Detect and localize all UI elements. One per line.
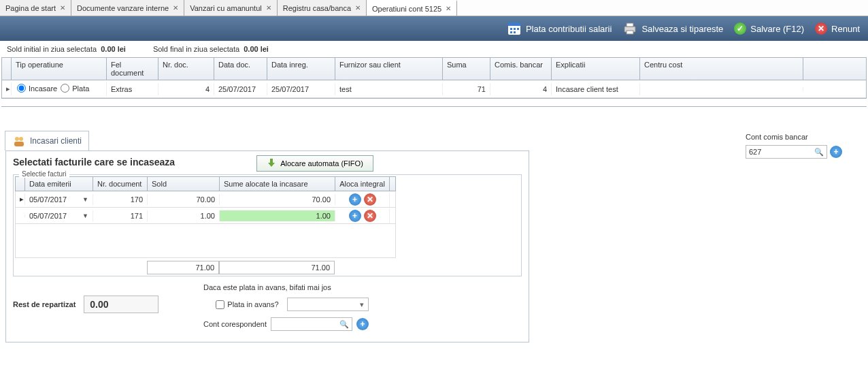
- sold-initial-label: Sold initial in ziua selectata: [7, 45, 97, 53]
- delete-icon[interactable]: ✕: [364, 193, 376, 206]
- plata-contributii-button[interactable]: Plata contributii salarii: [507, 21, 612, 36]
- add-icon[interactable]: +: [830, 146, 842, 158]
- renunt-button[interactable]: ✕ Renunt: [815, 22, 860, 35]
- cell-furn[interactable]: test: [335, 83, 443, 95]
- row-indicator: [16, 214, 25, 217]
- radio-incasare[interactable]: [17, 84, 26, 93]
- avans-note: Daca este plata in avans, bifati mai jos: [203, 283, 522, 291]
- col-sold[interactable]: Sold: [148, 177, 220, 191]
- tab-operatiuni[interactable]: Operatiuni cont 5125 ✕: [367, 0, 457, 16]
- panel-title: Selectati facturile care se incaseaza: [13, 157, 175, 167]
- cell-nr[interactable]: 170: [93, 194, 148, 205]
- cont-corespondent-row: Cont corespondent 🔍 +: [203, 317, 522, 331]
- cell-data[interactable]: 05/07/2017▼: [25, 210, 93, 221]
- sold-summary: Sold initial in ziua selectata 0.00 lei …: [0, 41, 868, 57]
- cell-fel[interactable]: Extras: [107, 83, 158, 95]
- cell-comis[interactable]: 4: [490, 83, 552, 95]
- invoice-row[interactable]: 05/07/2017▼ 171 1.00 1.00 + ✕: [15, 208, 396, 224]
- col-fel[interactable]: Fel document: [107, 58, 158, 80]
- svg-point-10: [15, 137, 19, 141]
- salveaza-tipareste-button[interactable]: Salveaza si tipareste: [622, 21, 723, 36]
- cell-datainr[interactable]: 25/07/2017: [267, 83, 335, 95]
- col-datainr[interactable]: Data inreg.: [267, 58, 335, 80]
- cell-tip[interactable]: Incasare Plata: [12, 82, 107, 96]
- col-datadoc[interactable]: Data doc.: [214, 58, 267, 80]
- col-tip[interactable]: Tip operatiune: [12, 58, 107, 80]
- cont-comis-input[interactable]: 627 🔍: [746, 145, 827, 159]
- cont-comis-value: 627: [749, 148, 761, 156]
- close-icon[interactable]: ✕: [60, 4, 65, 12]
- cell-nr[interactable]: 171: [93, 210, 148, 221]
- row-indicator-icon: ▸: [16, 193, 25, 205]
- col-cent[interactable]: Centru cost: [640, 58, 803, 80]
- cell-sume[interactable]: 70.00: [220, 194, 335, 205]
- add-icon[interactable]: +: [349, 210, 361, 222]
- close-icon[interactable]: ✕: [266, 4, 271, 12]
- svg-rect-1: [508, 22, 520, 26]
- dropdown-icon[interactable]: ▼: [82, 212, 88, 219]
- rest-label: Rest de repartizat: [13, 300, 76, 308]
- dropdown-icon[interactable]: ▾: [357, 300, 367, 309]
- grid-spacer: [1, 99, 867, 107]
- cell-sold[interactable]: 70.00: [148, 194, 220, 205]
- dropdown-icon[interactable]: ▼: [82, 196, 88, 203]
- cell-sold[interactable]: 1.00: [148, 210, 220, 221]
- ig-indicator-col: [16, 177, 25, 191]
- cont-comis-panel: Cont comis bancar 627 🔍 +: [746, 126, 863, 159]
- col-expl[interactable]: Explicatii: [552, 58, 640, 80]
- checkbox-input[interactable]: [216, 300, 224, 309]
- cell-nrdoc[interactable]: 4: [158, 83, 214, 95]
- col-suma[interactable]: Suma: [443, 58, 490, 80]
- invoice-row[interactable]: ▸ 05/07/2017▼ 170 70.00 70.00 + ✕: [15, 191, 396, 208]
- search-icon[interactable]: 🔍: [814, 148, 824, 157]
- tab-doc-vanzare[interactable]: Documente vanzare interne ✕: [71, 0, 184, 16]
- close-icon[interactable]: ✕: [173, 4, 178, 12]
- fieldset-label: Selectie facturi: [19, 170, 69, 178]
- col-aloca[interactable]: Aloca integral: [335, 177, 390, 191]
- cell-cent[interactable]: [640, 87, 803, 91]
- radio-label: Plata: [72, 84, 89, 93]
- toolbar: Plata contributii salarii Salveaza si ti…: [0, 16, 868, 41]
- close-icon[interactable]: ✕: [446, 5, 451, 12]
- alocare-fifo-button[interactable]: Alocare automata (FIFO): [256, 155, 373, 172]
- toolbar-label: Salvare (F12): [750, 24, 804, 34]
- tab-pagina-start[interactable]: Pagina de start ✕: [0, 0, 71, 16]
- incasari-panel: Selectati facturile care se incaseaza Al…: [5, 150, 529, 342]
- plata-avans-checkbox[interactable]: Plata in avans?: [216, 300, 278, 309]
- add-icon[interactable]: +: [349, 193, 361, 206]
- radio-plata[interactable]: [61, 84, 69, 93]
- col-nrdoc[interactable]: Nr. doc.: [158, 58, 214, 80]
- col-furn[interactable]: Furnizor sau client: [335, 58, 443, 80]
- delete-icon[interactable]: ✕: [364, 210, 376, 222]
- avans-combo[interactable]: ▾: [287, 298, 369, 311]
- add-icon[interactable]: +: [356, 318, 369, 330]
- fifo-label: Alocare automata (FIFO): [280, 159, 363, 167]
- sold-final-value: 0.00 lei: [244, 45, 269, 53]
- cell-suma[interactable]: 71: [443, 83, 490, 95]
- cell-sume[interactable]: 1.00: [220, 210, 335, 221]
- cell-expl[interactable]: Incasare client test: [552, 83, 640, 95]
- col-data-emiterii[interactable]: Data emiterii: [25, 177, 93, 191]
- tab-vanzari-amanuntul[interactable]: Vanzari cu amanuntul ✕: [184, 0, 278, 16]
- cell-datadoc[interactable]: 25/07/2017: [214, 83, 267, 95]
- check-icon: ✓: [734, 22, 746, 35]
- salvare-button[interactable]: ✓ Salvare (F12): [734, 22, 804, 35]
- cont-corespondent-input[interactable]: 🔍: [271, 317, 352, 331]
- search-icon[interactable]: 🔍: [339, 320, 349, 329]
- toolbar-label: Salveaza si tipareste: [641, 24, 723, 34]
- subtab-label: Incasari clienti: [30, 136, 82, 146]
- tab-label: Registru casa/banca: [283, 4, 351, 12]
- col-nr-document[interactable]: Nr. document: [93, 177, 148, 191]
- subtab-incasari-clienti[interactable]: Incasari clienti: [5, 131, 89, 150]
- col-comis[interactable]: Comis. bancar: [490, 58, 552, 80]
- tab-label: Documente vanzare interne: [77, 4, 169, 12]
- row-indicator-icon: ▸: [2, 82, 12, 95]
- svg-rect-2: [510, 28, 512, 30]
- tab-registru[interactable]: Registru casa/banca ✕: [278, 0, 367, 16]
- col-sume[interactable]: Sume alocate la incasare: [220, 177, 335, 191]
- grid-row[interactable]: ▸ Incasare Plata Extras 4 25/07/2017 25/…: [2, 80, 866, 98]
- cell-data[interactable]: 05/07/2017▼: [25, 194, 93, 205]
- close-icon[interactable]: ✕: [355, 4, 361, 12]
- clients-icon: [12, 134, 26, 148]
- cont-corespondent-label: Cont corespondent: [203, 320, 267, 328]
